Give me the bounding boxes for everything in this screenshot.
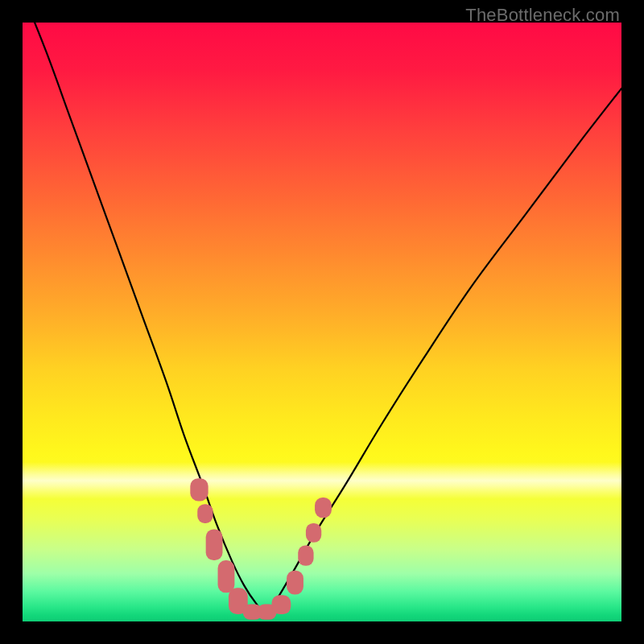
optimal-range-markers: [190, 478, 332, 620]
plot-area: [23, 23, 621, 621]
chart-svg: [23, 23, 621, 621]
marker: [287, 571, 303, 595]
marker: [315, 497, 332, 518]
marker: [190, 478, 208, 501]
marker: [197, 504, 213, 523]
watermark: TheBottleneck.com: [465, 5, 620, 26]
bottleneck-curve: [23, 23, 621, 613]
marker: [206, 529, 223, 560]
marker: [218, 560, 235, 592]
marker: [272, 595, 291, 614]
marker: [306, 523, 321, 543]
marker: [298, 546, 313, 566]
